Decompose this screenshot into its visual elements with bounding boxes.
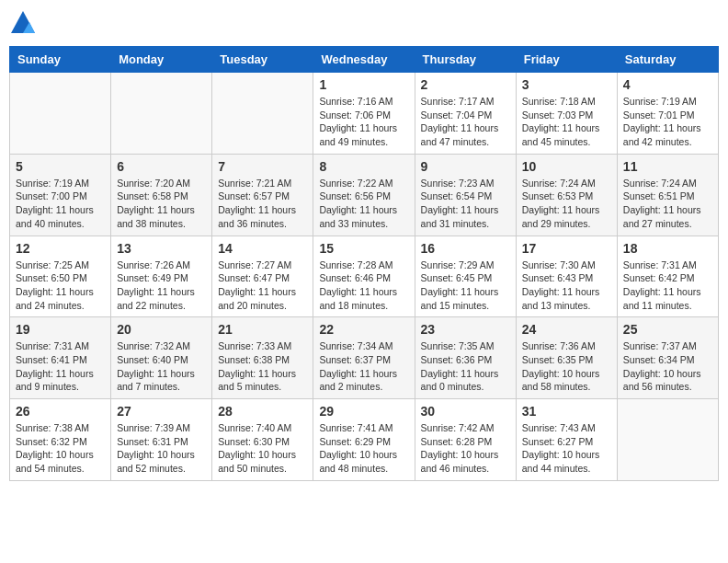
logo <box>9 9 40 37</box>
day-info: Sunrise: 7:27 AM Sunset: 6:47 PM Dayligh… <box>218 259 307 313</box>
calendar: SundayMondayTuesdayWednesdayThursdayFrid… <box>9 46 719 481</box>
day-info: Sunrise: 7:31 AM Sunset: 6:41 PM Dayligh… <box>16 339 105 394</box>
day-number: 10 <box>522 159 611 174</box>
day-cell-23: 23Sunrise: 7:35 AM Sunset: 6:36 PM Dayli… <box>415 317 516 399</box>
day-cell-12: 12Sunrise: 7:25 AM Sunset: 6:50 PM Dayli… <box>10 236 111 317</box>
day-number: 19 <box>16 322 105 337</box>
day-number: 7 <box>218 159 307 174</box>
day-cell-28: 28Sunrise: 7:40 AM Sunset: 6:30 PM Dayli… <box>212 399 313 481</box>
day-cell-4: 4Sunrise: 7:19 AM Sunset: 7:01 PM Daylig… <box>617 73 718 155</box>
week-row-2: 5Sunrise: 7:19 AM Sunset: 7:00 PM Daylig… <box>10 154 719 236</box>
day-cell-21: 21Sunrise: 7:33 AM Sunset: 6:38 PM Dayli… <box>212 317 313 399</box>
day-number: 27 <box>117 404 206 419</box>
day-number: 25 <box>623 322 712 337</box>
day-number: 18 <box>623 241 712 256</box>
day-cell-27: 27Sunrise: 7:39 AM Sunset: 6:31 PM Dayli… <box>111 399 212 481</box>
day-cell-9: 9Sunrise: 7:23 AM Sunset: 6:54 PM Daylig… <box>415 154 516 236</box>
day-info: Sunrise: 7:31 AM Sunset: 6:42 PM Dayligh… <box>623 259 712 313</box>
week-row-4: 19Sunrise: 7:31 AM Sunset: 6:41 PM Dayli… <box>10 317 719 399</box>
day-info: Sunrise: 7:37 AM Sunset: 6:34 PM Dayligh… <box>623 339 712 394</box>
day-info: Sunrise: 7:23 AM Sunset: 6:54 PM Dayligh… <box>421 177 510 231</box>
day-number: 2 <box>421 77 510 92</box>
day-cell-29: 29Sunrise: 7:41 AM Sunset: 6:29 PM Dayli… <box>313 399 415 481</box>
week-row-5: 26Sunrise: 7:38 AM Sunset: 6:32 PM Dayli… <box>10 399 719 481</box>
week-row-1: 1Sunrise: 7:16 AM Sunset: 7:06 PM Daylig… <box>10 73 719 155</box>
header-row: SundayMondayTuesdayWednesdayThursdayFrid… <box>10 47 719 73</box>
day-number: 29 <box>319 404 408 419</box>
day-info: Sunrise: 7:20 AM Sunset: 6:58 PM Dayligh… <box>117 177 206 231</box>
day-info: Sunrise: 7:33 AM Sunset: 6:38 PM Dayligh… <box>218 339 307 394</box>
empty-cell <box>10 73 111 155</box>
day-number: 9 <box>421 159 510 174</box>
empty-cell <box>617 399 718 481</box>
day-info: Sunrise: 7:24 AM Sunset: 6:51 PM Dayligh… <box>623 177 712 231</box>
day-number: 12 <box>16 241 105 256</box>
day-cell-3: 3Sunrise: 7:18 AM Sunset: 7:03 PM Daylig… <box>516 73 617 155</box>
day-cell-31: 31Sunrise: 7:43 AM Sunset: 6:27 PM Dayli… <box>516 399 617 481</box>
header-cell-monday: Monday <box>111 47 212 73</box>
day-number: 16 <box>421 241 510 256</box>
week-row-3: 12Sunrise: 7:25 AM Sunset: 6:50 PM Dayli… <box>10 236 719 317</box>
day-cell-30: 30Sunrise: 7:42 AM Sunset: 6:28 PM Dayli… <box>415 399 516 481</box>
day-cell-18: 18Sunrise: 7:31 AM Sunset: 6:42 PM Dayli… <box>617 236 718 317</box>
day-info: Sunrise: 7:34 AM Sunset: 6:37 PM Dayligh… <box>319 339 408 394</box>
day-cell-5: 5Sunrise: 7:19 AM Sunset: 7:00 PM Daylig… <box>10 154 111 236</box>
day-cell-10: 10Sunrise: 7:24 AM Sunset: 6:53 PM Dayli… <box>516 154 617 236</box>
day-cell-20: 20Sunrise: 7:32 AM Sunset: 6:40 PM Dayli… <box>111 317 212 399</box>
day-info: Sunrise: 7:25 AM Sunset: 6:50 PM Dayligh… <box>16 259 105 313</box>
day-info: Sunrise: 7:32 AM Sunset: 6:40 PM Dayligh… <box>117 339 206 394</box>
day-number: 23 <box>421 322 510 337</box>
day-cell-15: 15Sunrise: 7:28 AM Sunset: 6:46 PM Dayli… <box>313 236 415 317</box>
header-cell-friday: Friday <box>516 47 617 73</box>
day-info: Sunrise: 7:26 AM Sunset: 6:49 PM Dayligh… <box>117 259 206 313</box>
day-info: Sunrise: 7:21 AM Sunset: 6:57 PM Dayligh… <box>218 177 307 231</box>
calendar-header: SundayMondayTuesdayWednesdayThursdayFrid… <box>10 47 719 73</box>
day-number: 13 <box>117 241 206 256</box>
day-number: 31 <box>522 404 611 419</box>
day-cell-25: 25Sunrise: 7:37 AM Sunset: 6:34 PM Dayli… <box>617 317 718 399</box>
day-cell-13: 13Sunrise: 7:26 AM Sunset: 6:49 PM Dayli… <box>111 236 212 317</box>
day-number: 26 <box>16 404 105 419</box>
day-number: 4 <box>623 77 712 92</box>
day-info: Sunrise: 7:22 AM Sunset: 6:56 PM Dayligh… <box>319 177 408 231</box>
day-info: Sunrise: 7:39 AM Sunset: 6:31 PM Dayligh… <box>117 421 206 476</box>
header-cell-saturday: Saturday <box>617 47 718 73</box>
header-cell-sunday: Sunday <box>10 47 111 73</box>
day-info: Sunrise: 7:29 AM Sunset: 6:45 PM Dayligh… <box>421 259 510 313</box>
header-cell-thursday: Thursday <box>415 47 516 73</box>
day-cell-16: 16Sunrise: 7:29 AM Sunset: 6:45 PM Dayli… <box>415 236 516 317</box>
day-info: Sunrise: 7:17 AM Sunset: 7:04 PM Dayligh… <box>421 95 510 149</box>
day-number: 1 <box>319 77 408 92</box>
day-cell-6: 6Sunrise: 7:20 AM Sunset: 6:58 PM Daylig… <box>111 154 212 236</box>
day-number: 21 <box>218 322 307 337</box>
day-info: Sunrise: 7:36 AM Sunset: 6:35 PM Dayligh… <box>522 339 611 394</box>
day-number: 8 <box>319 159 408 174</box>
calendar-body: 1Sunrise: 7:16 AM Sunset: 7:06 PM Daylig… <box>10 73 719 481</box>
header-cell-wednesday: Wednesday <box>313 47 415 73</box>
day-info: Sunrise: 7:41 AM Sunset: 6:29 PM Dayligh… <box>319 421 408 476</box>
day-number: 5 <box>16 159 105 174</box>
logo-icon <box>9 9 37 37</box>
day-info: Sunrise: 7:28 AM Sunset: 6:46 PM Dayligh… <box>319 259 408 313</box>
day-number: 17 <box>522 241 611 256</box>
day-cell-17: 17Sunrise: 7:30 AM Sunset: 6:43 PM Dayli… <box>516 236 617 317</box>
day-number: 24 <box>522 322 611 337</box>
empty-cell <box>111 73 212 155</box>
day-number: 28 <box>218 404 307 419</box>
day-cell-2: 2Sunrise: 7:17 AM Sunset: 7:04 PM Daylig… <box>415 73 516 155</box>
day-info: Sunrise: 7:18 AM Sunset: 7:03 PM Dayligh… <box>522 95 611 149</box>
day-number: 11 <box>623 159 712 174</box>
day-number: 22 <box>319 322 408 337</box>
day-cell-1: 1Sunrise: 7:16 AM Sunset: 7:06 PM Daylig… <box>313 73 415 155</box>
day-info: Sunrise: 7:42 AM Sunset: 6:28 PM Dayligh… <box>421 421 510 476</box>
day-cell-22: 22Sunrise: 7:34 AM Sunset: 6:37 PM Dayli… <box>313 317 415 399</box>
day-info: Sunrise: 7:19 AM Sunset: 7:00 PM Dayligh… <box>16 177 105 231</box>
day-cell-8: 8Sunrise: 7:22 AM Sunset: 6:56 PM Daylig… <box>313 154 415 236</box>
day-number: 30 <box>421 404 510 419</box>
day-cell-19: 19Sunrise: 7:31 AM Sunset: 6:41 PM Dayli… <box>10 317 111 399</box>
day-cell-26: 26Sunrise: 7:38 AM Sunset: 6:32 PM Dayli… <box>10 399 111 481</box>
day-info: Sunrise: 7:43 AM Sunset: 6:27 PM Dayligh… <box>522 421 611 476</box>
header-cell-tuesday: Tuesday <box>212 47 313 73</box>
day-cell-7: 7Sunrise: 7:21 AM Sunset: 6:57 PM Daylig… <box>212 154 313 236</box>
day-cell-14: 14Sunrise: 7:27 AM Sunset: 6:47 PM Dayli… <box>212 236 313 317</box>
